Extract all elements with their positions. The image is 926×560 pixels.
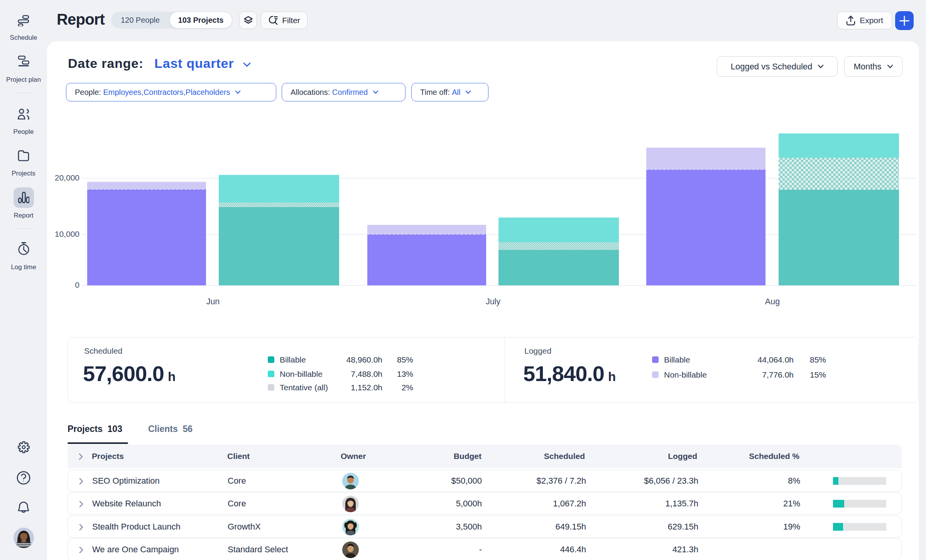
svg-text:Jun: Jun [206,297,220,306]
svg-text:July: July [486,297,500,306]
svg-text:Aug: Aug [765,297,780,306]
svg-text:10,000: 10,000 [55,229,79,238]
svg-text:20,000: 20,000 [55,173,79,182]
svg-text:0: 0 [75,280,79,289]
